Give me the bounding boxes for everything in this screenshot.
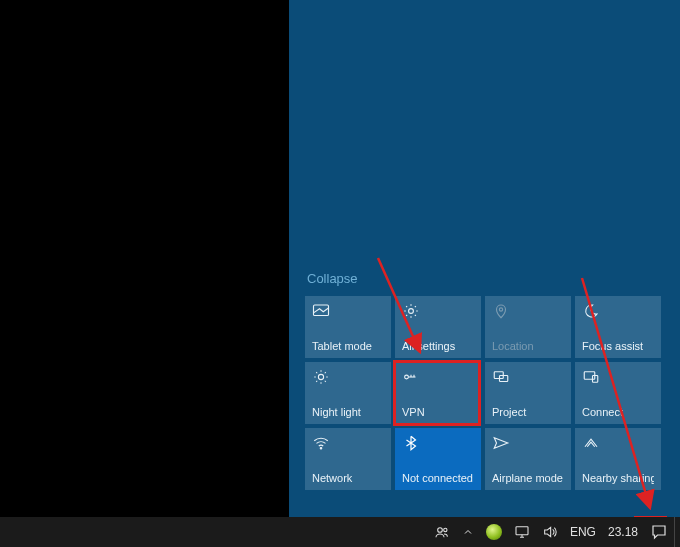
clock[interactable]: 23.18 [602, 517, 644, 547]
nearby-share-icon [582, 434, 600, 452]
svg-point-1 [409, 309, 414, 314]
tile-night-light[interactable]: Night light [305, 362, 391, 424]
svg-point-3 [318, 374, 323, 379]
svg-point-12 [438, 528, 443, 533]
tile-vpn[interactable]: VPN [395, 362, 481, 424]
tile-airplane-mode[interactable]: Airplane mode [485, 428, 571, 490]
tile-all-settings[interactable]: All settings [395, 296, 481, 358]
tile-label: Location [492, 340, 564, 352]
svg-point-2 [499, 308, 502, 311]
status-green-icon[interactable] [480, 517, 508, 547]
monitor-icon[interactable] [508, 517, 536, 547]
vpn-icon [402, 368, 420, 386]
tile-label: Night light [312, 406, 384, 418]
show-desktop-button[interactable] [674, 517, 680, 547]
language-indicator[interactable]: ENG [564, 517, 602, 547]
tile-connect[interactable]: Connect [575, 362, 661, 424]
tile-nearby-sharing[interactable]: Nearby sharing [575, 428, 661, 490]
gear-icon [402, 302, 420, 320]
tile-location[interactable]: Location [485, 296, 571, 358]
svg-rect-14 [516, 527, 528, 535]
volume-icon[interactable] [536, 517, 564, 547]
tile-label: Project [492, 406, 564, 418]
wifi-icon [312, 434, 330, 452]
tile-label: Network [312, 472, 384, 484]
tile-label: Focus assist [582, 340, 654, 352]
location-icon [492, 302, 510, 320]
action-center-button[interactable] [644, 517, 674, 547]
tile-network[interactable]: Network [305, 428, 391, 490]
svg-point-4 [405, 375, 409, 379]
action-center-panel: Collapse Tablet mode All settings [289, 0, 680, 517]
taskbar: ENG 23.18 [0, 517, 680, 547]
sun-icon [312, 368, 330, 386]
tile-bluetooth[interactable]: Not connected [395, 428, 481, 490]
quick-action-tiles: Tablet mode All settings Location [305, 296, 672, 490]
tile-label: Tablet mode [312, 340, 384, 352]
svg-point-9 [320, 448, 322, 450]
tablet-icon [312, 302, 330, 320]
tile-label: Not connected [402, 472, 474, 484]
moon-icon [582, 302, 600, 320]
chevron-up-icon[interactable] [456, 517, 480, 547]
tile-focus-assist[interactable]: Focus assist [575, 296, 661, 358]
svg-point-13 [444, 528, 447, 531]
tile-label: All settings [402, 340, 474, 352]
tile-project[interactable]: Project [485, 362, 571, 424]
people-icon[interactable] [428, 517, 456, 547]
tile-label: VPN [402, 406, 474, 418]
collapse-link[interactable]: Collapse [307, 271, 358, 286]
tile-tablet-mode[interactable]: Tablet mode [305, 296, 391, 358]
airplane-icon [492, 434, 510, 452]
tile-label: Nearby sharing [582, 472, 654, 484]
project-icon [492, 368, 510, 386]
tile-label: Airplane mode [492, 472, 564, 484]
tile-label: Connect [582, 406, 654, 418]
bluetooth-icon [402, 434, 420, 452]
desktop-left-region [0, 0, 289, 517]
system-tray: ENG 23.18 [428, 517, 680, 547]
connect-icon [582, 368, 600, 386]
